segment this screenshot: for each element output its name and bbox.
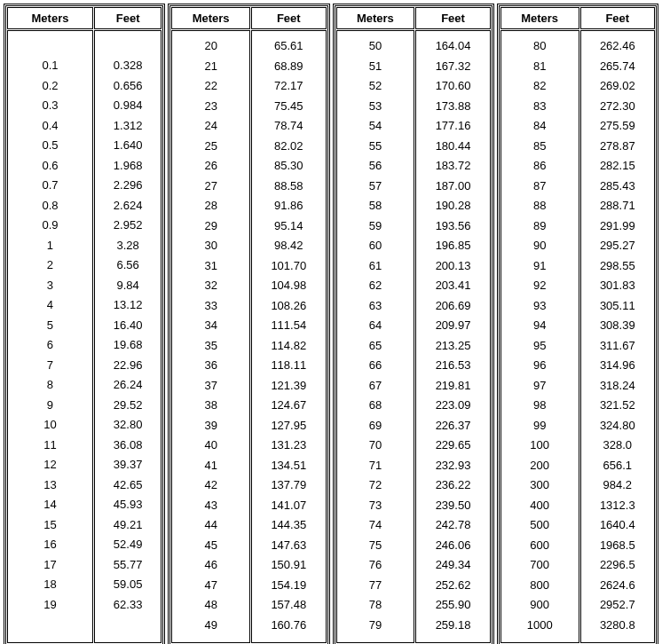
feet-value: 1968.5 — [581, 536, 654, 556]
feet-value: 219.81 — [416, 376, 489, 397]
meters-value: 17 — [8, 555, 92, 576]
meters-value: 7 — [8, 356, 92, 376]
feet-value: 6.56 — [95, 255, 161, 276]
header-feet: Feet — [94, 7, 162, 29]
meters-value: 83 — [501, 97, 579, 117]
feet-value: 13.12 — [95, 295, 161, 316]
feet-value: 262.46 — [581, 36, 654, 57]
feet-value: 78.74 — [252, 116, 325, 137]
feet-value: 9.84 — [95, 276, 161, 296]
meters-value: 27 — [172, 177, 249, 197]
feet-value: 229.65 — [416, 436, 489, 456]
meters-value: 66 — [337, 356, 414, 376]
meters-value: 800 — [501, 576, 579, 596]
feet-value: 305.11 — [581, 296, 654, 317]
meters-value: 93 — [501, 296, 579, 317]
meters-value: 100 — [501, 436, 579, 456]
meters-value: 10 — [8, 415, 92, 436]
feet-value: 209.97 — [416, 316, 489, 336]
meters-value: 72 — [337, 475, 414, 496]
meters-value: 900 — [501, 595, 579, 616]
feet-value: 265.74 — [581, 57, 654, 77]
meters-value: 91 — [501, 256, 579, 277]
meters-value: 33 — [172, 296, 249, 317]
meters-value: 75 — [337, 536, 414, 556]
meters-value: 52 — [337, 76, 414, 97]
feet-value: 98.42 — [252, 236, 325, 256]
meters-value: 35 — [172, 336, 249, 357]
feet-value: 1312.3 — [581, 496, 654, 516]
meters-value: 0.5 — [8, 136, 92, 156]
meters-value: 67 — [337, 376, 414, 397]
feet-value: 19.68 — [95, 335, 161, 356]
meters-value: 97 — [501, 376, 579, 397]
feet-value: 311.67 — [581, 336, 654, 357]
header-meters: Meters — [500, 7, 579, 29]
feet-value: 144.35 — [252, 515, 325, 536]
feet-value: 124.67 — [252, 396, 325, 416]
meters-value: 0.4 — [8, 116, 92, 137]
meters-value: 85 — [501, 137, 579, 157]
feet-value: 108.26 — [252, 296, 325, 317]
meters-value: 0.3 — [8, 96, 92, 116]
feet-value: 22.96 — [95, 356, 161, 376]
meters-value: 92 — [501, 276, 579, 296]
meters-value: 0.2 — [8, 76, 92, 97]
meters-value: 46 — [172, 555, 249, 576]
feet-value: 239.50 — [416, 496, 489, 516]
meters-value: 44 — [172, 515, 249, 536]
meters-value: 78 — [337, 595, 414, 616]
feet-column: 164.04167.32170.60173.88177.16180.44183.… — [415, 30, 490, 643]
meters-value: 37 — [172, 376, 249, 397]
feet-value: 147.63 — [252, 536, 325, 556]
feet-value: 16.40 — [95, 316, 161, 336]
feet-column: 65.6168.8972.1775.4578.7482.0285.3088.58… — [251, 30, 326, 643]
feet-value: 118.11 — [252, 356, 325, 376]
meters-value: 0.7 — [8, 176, 92, 196]
meters-value: 700 — [501, 555, 579, 576]
header-meters: Meters — [171, 7, 250, 29]
meters-value: 89 — [501, 216, 579, 237]
meters-value: 15 — [8, 515, 92, 536]
header-feet: Feet — [580, 7, 655, 29]
feet-value: 246.06 — [416, 536, 489, 556]
header-feet: Feet — [251, 7, 326, 29]
meters-value: 0.1 — [8, 56, 92, 76]
feet-value: 285.43 — [581, 177, 654, 197]
feet-value: 3.28 — [95, 236, 161, 256]
meters-value: 26 — [172, 156, 249, 177]
feet-column: 262.46265.74269.02272.30275.59278.87282.… — [580, 30, 655, 643]
meters-value: 45 — [172, 536, 249, 556]
meters-value: 70 — [337, 436, 414, 456]
feet-value: 85.30 — [252, 156, 325, 177]
meters-value: 2 — [8, 255, 92, 276]
meters-value: 14 — [8, 495, 92, 515]
meters-value: 29 — [172, 216, 249, 237]
meters-value: 0.9 — [8, 216, 92, 236]
conversion-table-0: MetersFeet0.10.20.30.40.50.60.70.80.9123… — [4, 4, 165, 644]
feet-value: 68.89 — [252, 57, 325, 77]
feet-value: 2.624 — [95, 196, 161, 216]
conversion-tables: MetersFeet0.10.20.30.40.50.60.70.80.9123… — [4, 4, 658, 644]
feet-value: 318.24 — [581, 376, 654, 397]
meters-column: 0.10.20.30.40.50.60.70.80.91234567891011… — [7, 30, 93, 643]
feet-value: 137.79 — [252, 475, 325, 496]
feet-value: 2.952 — [95, 216, 161, 236]
feet-value: 223.09 — [416, 396, 489, 416]
feet-value: 252.62 — [416, 576, 489, 596]
feet-value: 49.21 — [95, 515, 161, 536]
meters-value: 49 — [172, 616, 249, 636]
feet-value: 328.0 — [581, 436, 654, 456]
meters-value: 16 — [8, 535, 92, 555]
feet-value: 72.17 — [252, 76, 325, 97]
header-meters: Meters — [336, 7, 415, 29]
meters-value: 3 — [8, 276, 92, 296]
meters-value: 21 — [172, 57, 249, 77]
feet-value: 213.25 — [416, 336, 489, 357]
meters-value: 73 — [337, 496, 414, 516]
meters-column: 8081828384858687888990919293949596979899… — [500, 30, 579, 643]
feet-value: 95.14 — [252, 216, 325, 237]
feet-value: 154.19 — [252, 576, 325, 596]
meters-value: 600 — [501, 536, 579, 556]
meters-value: 25 — [172, 137, 249, 157]
